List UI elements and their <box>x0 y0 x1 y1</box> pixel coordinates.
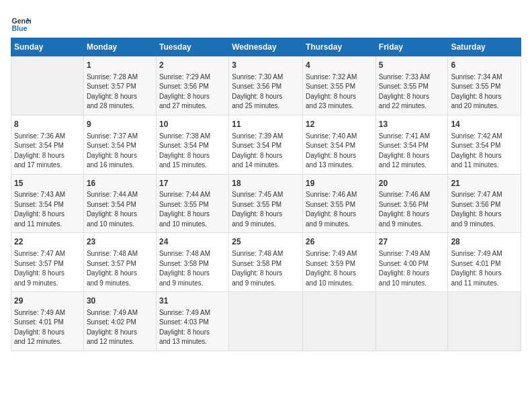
day-info: Sunrise: 7:47 AMSunset: 3:56 PMDaylight:… <box>451 190 518 229</box>
day-number: 13 <box>379 119 445 130</box>
svg-text:Blue: Blue <box>12 24 28 32</box>
calendar-cell: 2Sunrise: 7:29 AMSunset: 3:56 PMDaylight… <box>156 56 228 116</box>
col-header-sunday: Sunday <box>11 38 84 56</box>
calendar-cell: 13Sunrise: 7:41 AMSunset: 3:54 PMDayligh… <box>375 115 448 174</box>
col-header-monday: Monday <box>83 38 156 56</box>
day-info: Sunrise: 7:49 AMSunset: 4:03 PMDaylight:… <box>159 308 226 347</box>
day-info: Sunrise: 7:42 AMSunset: 3:54 PMDaylight:… <box>451 132 518 171</box>
calendar-body: 1Sunrise: 7:28 AMSunset: 3:57 PMDaylight… <box>11 56 521 351</box>
calendar-cell: 20Sunrise: 7:46 AMSunset: 3:56 PMDayligh… <box>375 174 448 233</box>
day-info: Sunrise: 7:38 AMSunset: 3:54 PMDaylight:… <box>159 132 226 171</box>
calendar-cell: 3Sunrise: 7:30 AMSunset: 3:56 PMDaylight… <box>229 56 303 116</box>
day-number: 24 <box>159 236 226 248</box>
day-info: Sunrise: 7:45 AMSunset: 3:55 PMDaylight:… <box>232 190 300 229</box>
col-header-wednesday: Wednesday <box>229 38 303 56</box>
logo: General Blue <box>11 13 31 34</box>
day-number: 8 <box>14 119 81 130</box>
calendar-cell <box>303 292 376 351</box>
day-info: Sunrise: 7:34 AMSunset: 3:55 PMDaylight:… <box>451 73 518 111</box>
calendar-cell: 31Sunrise: 7:49 AMSunset: 4:03 PMDayligh… <box>156 292 228 351</box>
col-header-saturday: Saturday <box>448 38 521 56</box>
calendar-cell <box>375 292 448 351</box>
calendar-cell: 16Sunrise: 7:44 AMSunset: 3:54 PMDayligh… <box>83 174 156 233</box>
day-info: Sunrise: 7:33 AMSunset: 3:55 PMDaylight:… <box>379 73 445 111</box>
day-info: Sunrise: 7:36 AMSunset: 3:54 PMDaylight:… <box>14 132 81 171</box>
day-number: 16 <box>87 178 153 189</box>
day-number: 19 <box>306 178 373 189</box>
day-info: Sunrise: 7:28 AMSunset: 3:57 PMDaylight:… <box>87 73 153 111</box>
calendar-table: SundayMondayTuesdayWednesdayThursdayFrid… <box>11 38 521 351</box>
day-info: Sunrise: 7:49 AMSunset: 4:02 PMDaylight:… <box>87 308 153 347</box>
day-number: 21 <box>451 178 518 189</box>
calendar-cell: 26Sunrise: 7:49 AMSunset: 3:59 PMDayligh… <box>303 233 376 292</box>
calendar-cell: 9Sunrise: 7:37 AMSunset: 3:54 PMDaylight… <box>83 115 156 174</box>
calendar-cell: 18Sunrise: 7:45 AMSunset: 3:55 PMDayligh… <box>229 174 303 233</box>
header-row: SundayMondayTuesdayWednesdayThursdayFrid… <box>11 38 521 56</box>
day-number: 10 <box>159 119 226 130</box>
week-row-1: 1Sunrise: 7:28 AMSunset: 3:57 PMDaylight… <box>11 56 521 116</box>
day-number: 27 <box>379 236 445 248</box>
day-info: Sunrise: 7:49 AMSunset: 4:01 PMDaylight:… <box>14 308 81 347</box>
day-info: Sunrise: 7:44 AMSunset: 3:54 PMDaylight:… <box>87 190 153 229</box>
calendar-cell: 29Sunrise: 7:49 AMSunset: 4:01 PMDayligh… <box>11 292 84 351</box>
calendar-cell: 8Sunrise: 7:36 AMSunset: 3:54 PMDaylight… <box>11 115 84 174</box>
week-row-4: 22Sunrise: 7:47 AMSunset: 3:57 PMDayligh… <box>11 233 521 292</box>
day-number: 4 <box>306 60 373 71</box>
day-number: 17 <box>159 178 226 189</box>
day-number: 28 <box>451 236 518 248</box>
col-header-tuesday: Tuesday <box>156 38 228 56</box>
day-info: Sunrise: 7:37 AMSunset: 3:54 PMDaylight:… <box>87 132 153 171</box>
calendar-cell <box>229 292 303 351</box>
col-header-thursday: Thursday <box>303 38 376 56</box>
day-number: 23 <box>87 236 153 248</box>
day-number: 1 <box>87 60 153 71</box>
calendar-header: SundayMondayTuesdayWednesdayThursdayFrid… <box>11 38 521 56</box>
calendar-cell: 24Sunrise: 7:48 AMSunset: 3:58 PMDayligh… <box>156 233 228 292</box>
day-number: 3 <box>232 60 300 71</box>
calendar-cell: 28Sunrise: 7:49 AMSunset: 4:01 PMDayligh… <box>448 233 521 292</box>
day-number: 26 <box>306 236 373 248</box>
day-info: Sunrise: 7:46 AMSunset: 3:56 PMDaylight:… <box>379 190 445 229</box>
day-number: 5 <box>379 60 445 71</box>
calendar-cell <box>448 292 521 351</box>
day-info: Sunrise: 7:43 AMSunset: 3:54 PMDaylight:… <box>14 190 81 229</box>
calendar-cell: 1Sunrise: 7:28 AMSunset: 3:57 PMDaylight… <box>83 56 156 116</box>
day-number: 11 <box>232 119 300 130</box>
calendar-cell: 14Sunrise: 7:42 AMSunset: 3:54 PMDayligh… <box>448 115 521 174</box>
day-info: Sunrise: 7:39 AMSunset: 3:54 PMDaylight:… <box>232 132 300 171</box>
day-number: 18 <box>232 178 300 189</box>
day-number: 15 <box>14 178 81 189</box>
day-number: 29 <box>14 295 81 307</box>
day-info: Sunrise: 7:49 AMSunset: 3:59 PMDaylight:… <box>306 249 373 288</box>
day-info: Sunrise: 7:30 AMSunset: 3:56 PMDaylight:… <box>232 73 300 111</box>
calendar-cell: 4Sunrise: 7:32 AMSunset: 3:55 PMDaylight… <box>303 56 376 116</box>
day-info: Sunrise: 7:49 AMSunset: 4:00 PMDaylight:… <box>379 249 445 288</box>
logo-icon: General Blue <box>11 13 31 34</box>
calendar-cell: 15Sunrise: 7:43 AMSunset: 3:54 PMDayligh… <box>11 174 84 233</box>
calendar-cell: 27Sunrise: 7:49 AMSunset: 4:00 PMDayligh… <box>375 233 448 292</box>
calendar-cell: 30Sunrise: 7:49 AMSunset: 4:02 PMDayligh… <box>83 292 156 351</box>
day-number: 22 <box>14 236 81 248</box>
calendar-cell <box>11 56 84 116</box>
week-row-3: 15Sunrise: 7:43 AMSunset: 3:54 PMDayligh… <box>11 174 521 233</box>
calendar-cell: 5Sunrise: 7:33 AMSunset: 3:55 PMDaylight… <box>375 56 448 116</box>
day-number: 31 <box>159 295 226 307</box>
week-row-2: 8Sunrise: 7:36 AMSunset: 3:54 PMDaylight… <box>11 115 521 174</box>
day-info: Sunrise: 7:49 AMSunset: 4:01 PMDaylight:… <box>451 249 518 288</box>
calendar-cell: 23Sunrise: 7:48 AMSunset: 3:57 PMDayligh… <box>83 233 156 292</box>
day-number: 30 <box>87 295 153 307</box>
col-header-friday: Friday <box>375 38 448 56</box>
day-info: Sunrise: 7:29 AMSunset: 3:56 PMDaylight:… <box>159 73 226 111</box>
calendar-cell: 17Sunrise: 7:44 AMSunset: 3:55 PMDayligh… <box>156 174 228 233</box>
day-info: Sunrise: 7:41 AMSunset: 3:54 PMDaylight:… <box>379 132 445 171</box>
calendar-cell: 10Sunrise: 7:38 AMSunset: 3:54 PMDayligh… <box>156 115 228 174</box>
day-number: 6 <box>451 60 518 71</box>
day-number: 2 <box>159 60 226 71</box>
day-info: Sunrise: 7:47 AMSunset: 3:57 PMDaylight:… <box>14 249 81 288</box>
calendar-cell: 6Sunrise: 7:34 AMSunset: 3:55 PMDaylight… <box>448 56 521 116</box>
day-info: Sunrise: 7:44 AMSunset: 3:55 PMDaylight:… <box>159 190 226 229</box>
day-number: 14 <box>451 119 518 130</box>
calendar-cell: 12Sunrise: 7:40 AMSunset: 3:54 PMDayligh… <box>303 115 376 174</box>
day-number: 25 <box>232 236 300 248</box>
day-info: Sunrise: 7:32 AMSunset: 3:55 PMDaylight:… <box>306 73 373 111</box>
